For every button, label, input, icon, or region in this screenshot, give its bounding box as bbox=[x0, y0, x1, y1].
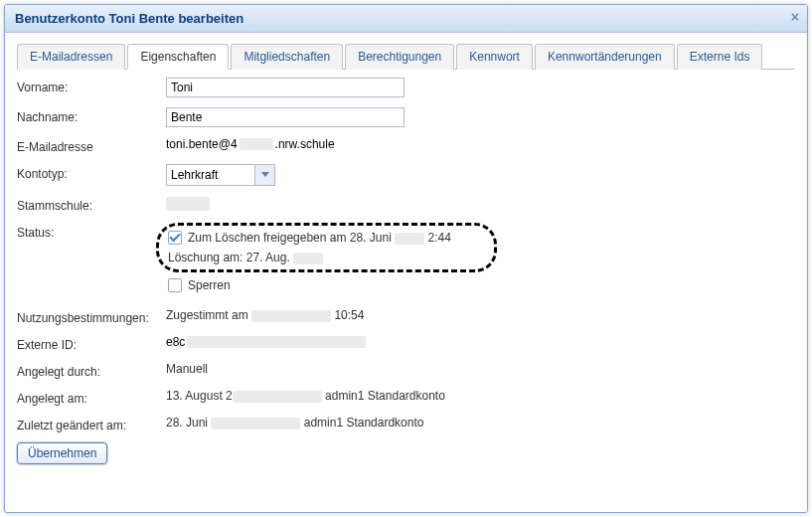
deletion-on-text: Löschung am: 27. Aug. bbox=[168, 251, 785, 264]
label-firstname: Vorname: bbox=[17, 78, 166, 94]
redacted bbox=[251, 310, 331, 322]
tab-email[interactable]: E-Mailadressen bbox=[17, 44, 125, 70]
email-value-prefix: toni.bente@4 bbox=[166, 137, 238, 151]
lastname-input[interactable] bbox=[166, 107, 405, 127]
label-email: E-Mailadresse bbox=[17, 137, 166, 154]
status-highlight: Zum Löschen freigegeben am 28. Juni 2:44… bbox=[166, 223, 795, 272]
label-createdby: Angelegt durch: bbox=[17, 362, 166, 379]
close-icon[interactable]: × bbox=[791, 9, 799, 25]
lock-checkbox[interactable] bbox=[168, 278, 182, 292]
delete-release-checkbox[interactable] bbox=[168, 231, 182, 245]
label-terms: Nutzungsbestimmungen: bbox=[17, 308, 166, 325]
label-accounttype: Kontotyp: bbox=[17, 164, 166, 181]
chevron-down-icon[interactable] bbox=[254, 165, 274, 185]
label-status: Status: bbox=[17, 223, 166, 240]
redacted bbox=[166, 197, 210, 211]
tab-pwchanges[interactable]: Kennwortänderungen bbox=[535, 44, 675, 70]
redacted bbox=[187, 336, 366, 348]
label-createdon: Angelegt am: bbox=[17, 389, 166, 406]
externalid-field: e8c bbox=[166, 335, 366, 349]
label-lastname: Nachname: bbox=[17, 107, 166, 124]
createdon-value: 13. August 2 admin1 Standardkonto bbox=[166, 389, 795, 403]
externalid-prefix: e8c bbox=[166, 335, 185, 349]
redacted bbox=[211, 418, 300, 430]
createdby-value: Manuell bbox=[166, 362, 795, 376]
lastmodified-value: 28. Juni admin1 Standardkonto bbox=[166, 416, 795, 430]
accounttype-combo[interactable] bbox=[166, 164, 275, 186]
lock-label: Sperren bbox=[188, 278, 231, 292]
label-lastmodified: Zuletzt geändert am: bbox=[17, 416, 166, 432]
submit-button[interactable]: Übernehmen bbox=[17, 442, 107, 464]
accounttype-input[interactable] bbox=[167, 165, 254, 185]
firstname-input[interactable] bbox=[166, 78, 405, 97]
tab-password[interactable]: Kennwort bbox=[456, 44, 533, 70]
terms-value: Zugestimmt am 10:54 bbox=[166, 308, 795, 322]
email-field: toni.bente@4.nrw.schule bbox=[166, 137, 335, 151]
dialog-body: E-Mailadressen Eigenschaften Mitgliedsch… bbox=[5, 33, 807, 510]
tab-permissions[interactable]: Berechtigungen bbox=[345, 44, 454, 70]
redacted bbox=[395, 233, 424, 245]
redacted bbox=[233, 391, 322, 403]
label-externalid: Externe ID: bbox=[17, 335, 166, 352]
email-value-suffix: .nrw.schule bbox=[275, 137, 335, 151]
redacted bbox=[240, 138, 273, 150]
redacted bbox=[293, 253, 323, 264]
dialog-header: Benutzerkonto Toni Bente bearbeiten × bbox=[5, 5, 807, 33]
dialog-window: Benutzerkonto Toni Bente bearbeiten × E-… bbox=[4, 4, 808, 513]
delete-release-text: Zum Löschen freigegeben am 28. Juni 2:44 bbox=[188, 231, 451, 245]
dialog-title: Benutzerkonto Toni Bente bearbeiten bbox=[15, 11, 244, 26]
label-mainschool: Stammschule: bbox=[17, 196, 166, 213]
tab-memberships[interactable]: Mitgliedschaften bbox=[231, 44, 343, 70]
tab-properties[interactable]: Eigenschaften bbox=[127, 44, 229, 70]
tab-externalids[interactable]: Externe Ids bbox=[677, 44, 763, 70]
tabstrip: E-Mailadressen Eigenschaften Mitgliedsch… bbox=[17, 43, 795, 70]
